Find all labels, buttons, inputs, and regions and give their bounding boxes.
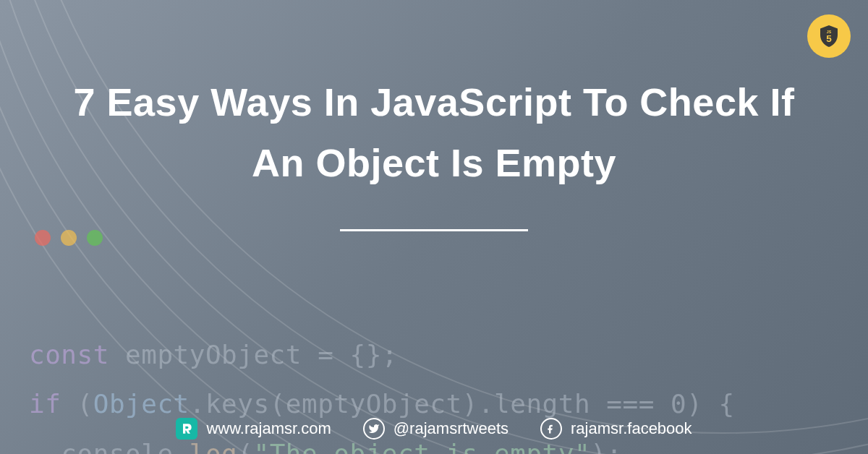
javascript-badge: JS 5 bbox=[807, 14, 851, 58]
code-keyword: const bbox=[29, 340, 109, 369]
code-line: const emptyObject = {}; bbox=[29, 340, 398, 369]
twitter-label: @rajamsrtweets bbox=[393, 419, 509, 438]
facebook-label: rajamsr.facebook bbox=[571, 419, 692, 438]
code-object: Object bbox=[93, 389, 190, 419]
site-logo-icon bbox=[176, 418, 197, 440]
facebook-icon bbox=[540, 418, 562, 440]
code-function: .log bbox=[174, 439, 238, 454]
code-line: if (Object.keys(emptyObject).length === … bbox=[29, 389, 735, 419]
hero-area: 7 Easy Ways In JavaScript To Check If An… bbox=[0, 72, 868, 231]
facebook-link[interactable]: rajamsr.facebook bbox=[540, 418, 692, 440]
page-title: 7 Easy Ways In JavaScript To Check If An… bbox=[72, 72, 796, 193]
social-footer: www.rajamsr.com @rajamsrtweets rajamsr.f… bbox=[0, 418, 868, 440]
code-string: "The object is empty" bbox=[253, 439, 590, 454]
twitter-icon bbox=[363, 418, 385, 440]
website-label: www.rajamsr.com bbox=[206, 419, 331, 438]
code-keyword: if bbox=[29, 389, 61, 419]
svg-text:5: 5 bbox=[826, 33, 832, 44]
website-link[interactable]: www.rajamsr.com bbox=[176, 418, 331, 440]
twitter-link[interactable]: @rajamsrtweets bbox=[363, 418, 509, 440]
shield-js-icon: JS 5 bbox=[816, 23, 842, 49]
code-line: console.log("The object is empty"); bbox=[29, 439, 622, 454]
title-underline bbox=[340, 229, 528, 231]
